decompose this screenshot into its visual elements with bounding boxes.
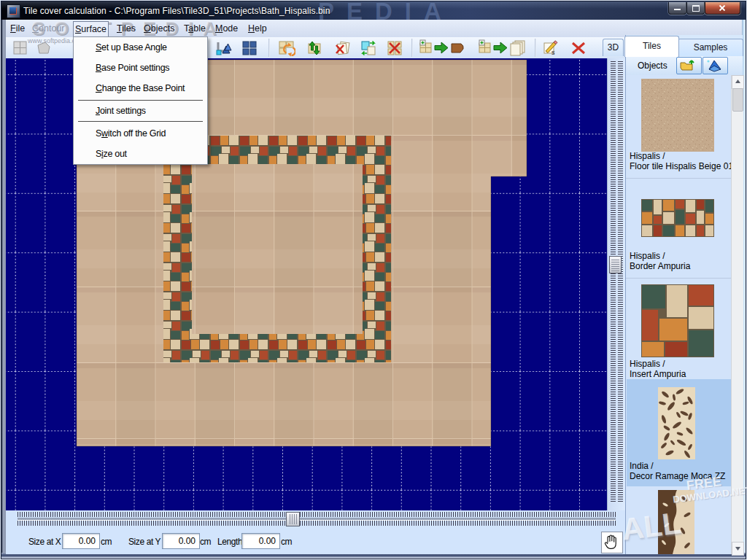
folder-export-icon bbox=[677, 58, 700, 72]
samples-3d-button[interactable] bbox=[703, 57, 728, 74]
tiles-to-pages-icon bbox=[479, 39, 528, 57]
vertical-scroll-grip[interactable] bbox=[609, 256, 622, 273]
vertical-scroll-grip-ridges bbox=[611, 258, 619, 271]
menu-contour[interactable]: Contour bbox=[32, 21, 64, 36]
hruler-grip-ridges bbox=[288, 514, 298, 524]
pan-tool-button[interactable] bbox=[601, 532, 623, 553]
sample-item-1[interactable]: Hispalis / Floor tile Hispalis Beige 01 bbox=[626, 75, 731, 178]
sample-3-thumbnail bbox=[641, 284, 714, 357]
vertical-ruler-ticks-left bbox=[611, 61, 616, 503]
toolbar-updown-tiles-icon[interactable] bbox=[306, 39, 323, 57]
menu-objects[interactable]: Objects bbox=[144, 21, 174, 36]
menu-item-base-point-settings[interactable]: Base Point settings bbox=[76, 58, 205, 78]
maximize-glyph bbox=[692, 5, 700, 12]
toolbar-tiles-to-surface-button[interactable] bbox=[419, 39, 468, 57]
size-y-input[interactable]: 0.00 bbox=[162, 533, 200, 549]
toolbar-delete-pages-icon[interactable] bbox=[333, 39, 351, 57]
menu-help[interactable]: Help bbox=[248, 21, 267, 36]
toolbar-separator bbox=[411, 39, 413, 57]
app-icon[interactable] bbox=[7, 4, 20, 18]
toolbar-polygon-disabled-icon[interactable] bbox=[35, 39, 53, 57]
tab-3d[interactable]: 3D bbox=[603, 39, 624, 56]
scroll-down-button[interactable] bbox=[732, 542, 744, 556]
hruler-ticks-top bbox=[18, 512, 616, 517]
load-object-button[interactable] bbox=[676, 57, 702, 74]
toolbar-four-squares-icon[interactable] bbox=[241, 39, 258, 57]
sample-2-brand: Hispalis / bbox=[630, 251, 665, 261]
sample-4-thumbnail bbox=[658, 387, 695, 459]
hruler-ticks-bottom bbox=[18, 521, 616, 526]
sample-4-brand: India / bbox=[630, 461, 654, 471]
sample-item-5[interactable] bbox=[626, 486, 731, 554]
menu-item-joint-settings[interactable]: Joint settings bbox=[76, 102, 205, 120]
panel-scrollbar[interactable] bbox=[731, 75, 743, 554]
sample-2-name: Border Ampuria bbox=[630, 261, 690, 271]
length-unit: cm bbox=[281, 537, 292, 547]
length-input[interactable]: 0.00 bbox=[241, 533, 280, 549]
sample-3-brand: Hispalis / bbox=[630, 359, 665, 369]
toolbar-tiles-to-pages-button[interactable] bbox=[479, 39, 528, 57]
hand-icon bbox=[602, 532, 621, 551]
toolbar-grid-disabled-icon[interactable] bbox=[12, 39, 29, 57]
tab-samples[interactable]: Samples bbox=[678, 39, 743, 56]
samples-list: Hispalis / Floor tile Hispalis Beige 01 … bbox=[626, 75, 743, 554]
maximize-button[interactable] bbox=[686, 2, 705, 15]
close-icon bbox=[719, 4, 726, 12]
sample-item-2[interactable]: Hispalis / Border Ampuria bbox=[626, 179, 731, 278]
sample-2-thumbnail bbox=[641, 199, 714, 237]
minimize-glyph bbox=[674, 9, 681, 10]
sample-1-name: Floor tile Hispalis Beige 01 bbox=[630, 161, 733, 171]
menu-item-switch-off-the-grid[interactable]: Switch off the Grid bbox=[76, 123, 205, 144]
surface-menu: Set up Base Angle Base Point settings Ch… bbox=[73, 36, 208, 165]
menu-table[interactable]: Table bbox=[184, 21, 206, 36]
close-button[interactable] bbox=[705, 2, 740, 15]
menu-mode[interactable]: Mode bbox=[215, 21, 238, 36]
length-label: Length bbox=[217, 537, 242, 547]
tab-tiles[interactable]: Tiles bbox=[624, 36, 679, 57]
sample-5-thumbnail bbox=[658, 490, 694, 554]
menu-item-change-the-base-point[interactable]: Change the Base Point bbox=[76, 78, 205, 98]
scroll-up-icon bbox=[732, 76, 743, 87]
tab-objects[interactable]: Objects bbox=[638, 61, 667, 71]
menu-item-set-up-base-angle[interactable]: Set up Base Angle bbox=[76, 37, 205, 58]
toolbar-swap-pages-icon[interactable] bbox=[360, 39, 377, 57]
menu-surface[interactable]: Surface bbox=[73, 21, 109, 38]
window-title: Tile cover calculation - C:\Program File… bbox=[23, 6, 330, 16]
menu-separator bbox=[78, 121, 203, 122]
toolbar-base-angle-icon[interactable] bbox=[215, 39, 233, 57]
title-bar: PEDIA Tile cover calculation - C:\Progra… bbox=[1, 1, 746, 20]
size-x-input[interactable]: 0.00 bbox=[62, 533, 100, 549]
menu-file[interactable]: File bbox=[10, 21, 25, 36]
svg-text:s: s bbox=[551, 49, 555, 56]
sample-1-brand: Hispalis / bbox=[630, 151, 665, 161]
app-window: PEDIA Tile cover calculation - C:\Progra… bbox=[0, 0, 747, 560]
sample-4-name: Decor Ramage Moca ZZ bbox=[630, 471, 725, 481]
minimize-button[interactable] bbox=[668, 2, 686, 15]
vertical-ruler-ticks-right bbox=[618, 61, 623, 503]
size-y-unit: cm bbox=[200, 537, 211, 547]
menu-item-size-out[interactable]: Size out bbox=[76, 144, 205, 164]
scroll-up-button[interactable] bbox=[732, 75, 744, 89]
sample-item-4-selected[interactable]: India / Decor Ramage Moca ZZ bbox=[627, 379, 731, 486]
toolbar-separator bbox=[268, 39, 270, 57]
vertical-ruler[interactable] bbox=[607, 58, 626, 510]
sample-item-3[interactable]: Hispalis / Insert Ampuria bbox=[626, 279, 731, 379]
scroll-thumb[interactable] bbox=[732, 88, 743, 112]
toolbar-refresh-tiles-icon[interactable] bbox=[278, 39, 295, 57]
bottom-bar: Size at X 0.00 cm Size at Y 0.00 cm Leng… bbox=[6, 510, 625, 554]
right-panel: FREE DOWNLOAD.NET ALL Objects Hispalis / bbox=[625, 35, 743, 554]
hruler-grip[interactable] bbox=[286, 512, 300, 526]
tiles-to-surface-icon bbox=[419, 39, 468, 57]
toolbar-edit-sizes-icon[interactable]: s bbox=[542, 39, 560, 57]
size-x-unit: cm bbox=[101, 537, 112, 547]
app-icon-glyph bbox=[9, 7, 16, 14]
sample-3-name: Insert Ampuria bbox=[630, 369, 686, 379]
size-y-label: Size at Y bbox=[128, 537, 160, 547]
menu-separator bbox=[78, 100, 203, 101]
toolbar-separator bbox=[535, 39, 536, 57]
toolbar-delete-icon[interactable] bbox=[570, 39, 587, 57]
toolbar-delete-tiles-icon[interactable] bbox=[386, 39, 403, 57]
pyramid-icon bbox=[703, 58, 726, 72]
menu-tiles[interactable]: Tiles bbox=[117, 21, 136, 36]
sample-1-thumbnail bbox=[641, 79, 714, 152]
